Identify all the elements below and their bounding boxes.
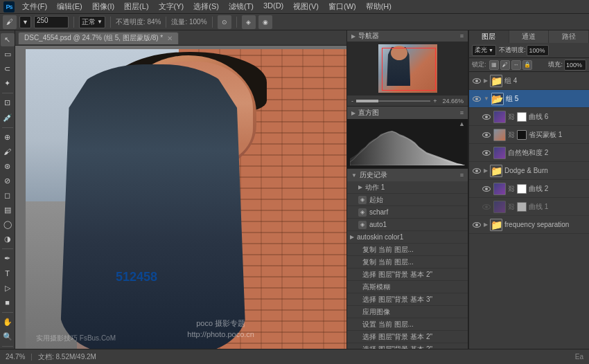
pen-tool[interactable]: ✒	[1, 252, 15, 265]
history-item-12[interactable]: 选择 图层"背景 基本 2"	[347, 331, 468, 343]
gradient-tool[interactable]: ▤	[1, 203, 15, 217]
opacity-value[interactable]: 100%	[527, 45, 549, 56]
layer-expand-dodge-burn[interactable]: ▶	[484, 167, 488, 174]
type-tool[interactable]: T	[1, 267, 15, 280]
paths-tab[interactable]: 路径	[549, 30, 589, 43]
menu-image[interactable]: 图像(I)	[88, 0, 118, 13]
lasso-tool[interactable]: ⊂	[1, 62, 15, 75]
history-brush-tool[interactable]: ⊘	[1, 174, 15, 188]
layer-item-mask1[interactable]: ⛓ 省买蒙板 1	[469, 126, 589, 144]
layer-expand-freq-sep[interactable]: ▶	[484, 221, 488, 228]
eraser-tool[interactable]: ◻	[1, 189, 15, 202]
airbrush-icon[interactable]: ⊙	[218, 15, 231, 29]
lock-move-icon[interactable]: ↔	[511, 60, 521, 70]
brush-size-input[interactable]: 250	[34, 16, 69, 28]
menu-layer[interactable]: 图层(L)	[120, 0, 152, 13]
nav-red-box[interactable]	[382, 48, 436, 91]
navigator-panel-header[interactable]: ▶ 导航器 ≡	[347, 30, 468, 42]
history-item-1[interactable]: ◈ 起始	[347, 194, 468, 206]
menu-select[interactable]: 选择(S)	[189, 0, 223, 13]
layers-list[interactable]: ▶ 📁 组 4	[469, 72, 589, 349]
menu-view[interactable]: 视图(V)	[289, 0, 323, 13]
menu-file[interactable]: 文件(F)	[18, 0, 51, 13]
layer-vis-freq-sep[interactable]	[472, 220, 482, 230]
history-item-3[interactable]: ◈ auto1	[347, 219, 468, 231]
tool-sep-2	[2, 127, 13, 128]
layer-expand-group5[interactable]: ▼	[484, 95, 489, 102]
blend-mode-select[interactable]: 柔光 ▼	[472, 45, 496, 56]
layer-item-group5[interactable]: ▼ 📂 组 5	[469, 90, 589, 108]
history-item-7[interactable]: 选择 图层"背景 基本 2"	[347, 269, 468, 281]
layer-item-curves1[interactable]: ⛓ 曲线 1	[469, 198, 589, 216]
hand-tool[interactable]: ✋	[1, 316, 15, 329]
layer-vis-curves2[interactable]	[482, 184, 491, 194]
layer-vis-mask1[interactable]	[482, 130, 491, 140]
history-item-4[interactable]: ▶ autoskin color1	[347, 231, 468, 244]
brush-tool[interactable]: 🖌	[1, 145, 15, 158]
eyedropper-tool[interactable]: 💉	[1, 111, 15, 125]
navigator-options-icon[interactable]: ≡	[460, 33, 464, 39]
zoom-plus[interactable]: +	[433, 98, 437, 104]
history-item-10[interactable]: 应用图像	[347, 306, 468, 318]
menu-filter[interactable]: 滤镜(T)	[225, 0, 258, 13]
layer-vis-curves6[interactable]	[482, 112, 491, 122]
history-item-0[interactable]: ▶ 动作 1	[347, 181, 468, 194]
layer-item-dodge-burn[interactable]: ▶ 📁 Dodge & Burn	[469, 162, 589, 180]
fill-value[interactable]: 100%	[564, 60, 586, 71]
menu-window[interactable]: 窗口(W)	[324, 0, 360, 13]
selection-tool[interactable]: ▭	[1, 48, 15, 61]
panels-container: ▶ 导航器 ≡	[346, 30, 589, 364]
zoom-minus[interactable]: -	[351, 98, 353, 104]
stamp-tool[interactable]: ⊛	[1, 160, 15, 173]
tablet-pressure-icon[interactable]: ◈	[242, 15, 256, 29]
tablet-size-icon[interactable]: ◉	[258, 15, 272, 29]
crop-tool[interactable]: ⊡	[1, 96, 15, 109]
lock-transparency-icon[interactable]: ▦	[489, 60, 499, 70]
histogram-panel-header[interactable]: ▶ 直方图 ≡	[347, 107, 468, 119]
layer-item-group4[interactable]: ▶ 📁 组 4	[469, 72, 589, 90]
histogram-options-icon[interactable]: ≡	[460, 109, 464, 116]
canvas-wrapper[interactable]: 512458 实用摄影技巧 FsBus.CoM poco 摄影专题 http:/…	[15, 46, 346, 364]
history-panel-header[interactable]: ▼ 历史记录 ≡	[347, 169, 468, 181]
channels-tab[interactable]: 通道	[509, 30, 550, 43]
history-item-11[interactable]: 设置 当前 图层...	[347, 318, 468, 331]
lock-all-icon[interactable]: 🔒	[522, 60, 532, 70]
shape-tool[interactable]: ■	[1, 296, 15, 309]
menu-3d[interactable]: 3D(D)	[259, 0, 288, 13]
layer-item-curves2[interactable]: ⛓ 曲线 2	[469, 180, 589, 198]
history-item-8[interactable]: 高斯模糊	[347, 281, 468, 293]
zoom-slider[interactable]	[356, 100, 430, 102]
path-selection-tool[interactable]: ▷	[1, 282, 15, 295]
layer-expand-group4[interactable]: ▶	[484, 78, 488, 84]
history-item-2[interactable]: ◈ scharf	[347, 206, 468, 219]
canvas-tab-active[interactable]: DSC_4554.psd @ 24.7% (组 5, 图层蒙版/8) * ✕	[18, 32, 179, 44]
dodge-tool[interactable]: ◑	[1, 233, 15, 246]
healing-brush-tool[interactable]: ⊕	[1, 131, 15, 144]
menu-type[interactable]: 文字(Y)	[155, 0, 188, 13]
blend-mode-dropdown[interactable]: 正常▼	[79, 16, 105, 28]
history-options-icon[interactable]: ≡	[460, 172, 464, 179]
layer-item-freq-sep[interactable]: ▶ 📁 frequency separation	[469, 216, 589, 234]
layer-vis-group4[interactable]	[472, 76, 482, 86]
menu-help[interactable]: 帮助(H)	[362, 0, 396, 13]
layer-thumb-group5: 📂	[491, 93, 504, 105]
blur-tool[interactable]: ◯	[1, 218, 15, 231]
history-item-9[interactable]: 选择 图层"背景 基本 3"	[347, 293, 468, 306]
history-item-6[interactable]: 复制 当前 图层...	[347, 256, 468, 269]
layer-item-saturation2[interactable]: 自然饱和度 2	[469, 144, 589, 162]
move-tool[interactable]: ↖	[1, 33, 15, 46]
layer-vis-curves1[interactable]	[482, 202, 491, 212]
history-item-label-0: 动作 1	[365, 183, 385, 192]
magic-wand-tool[interactable]: ✦	[1, 77, 15, 90]
brush-preset-dropdown[interactable]: ▼	[19, 16, 31, 28]
zoom-tool[interactable]: 🔍	[1, 330, 15, 343]
layer-vis-sat2[interactable]	[482, 148, 491, 158]
layer-vis-group5[interactable]	[472, 94, 482, 104]
layer-item-curves6[interactable]: ⛓ 曲线 6	[469, 108, 589, 126]
layers-tab[interactable]: 图层	[469, 30, 509, 43]
history-item-5[interactable]: 复制 当前 图层...	[347, 244, 468, 256]
layer-vis-dodge-burn[interactable]	[472, 166, 482, 176]
menu-edit[interactable]: 编辑(E)	[53, 0, 87, 13]
lock-paint-icon[interactable]: 🖌	[500, 60, 510, 70]
history-content[interactable]: ▶ 动作 1 ◈ 起始 ◈ scharf ◈ a	[347, 181, 468, 349]
